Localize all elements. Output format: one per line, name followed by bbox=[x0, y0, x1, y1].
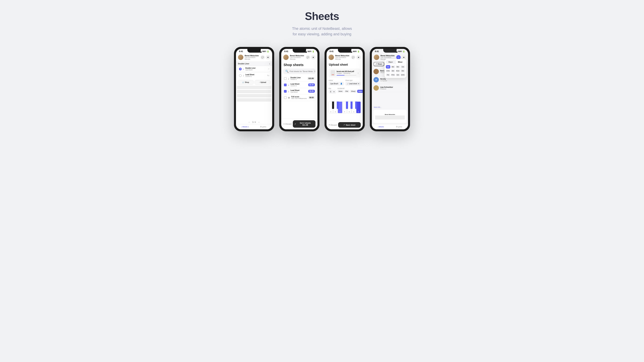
shop-item-3[interactable]: ⊕ Full score New York Philharmonic $0.50 bbox=[283, 94, 316, 101]
battery-icon: 🔋 bbox=[267, 50, 269, 53]
shop-item-1[interactable]: ✓ ♩ Lead Sheet Avremi G $5.99 bbox=[283, 82, 316, 88]
sheet-options-icon[interactable]: ↕ bbox=[269, 62, 270, 65]
chevron-right-icon-2[interactable]: › bbox=[406, 87, 406, 89]
pagination-1: ← 3 / 4 → bbox=[236, 120, 272, 124]
piano-ds[interactable] bbox=[337, 102, 339, 109]
artist-avatar-2 bbox=[374, 85, 379, 91]
discard-button-3[interactable]: ✕ Discard bbox=[328, 124, 337, 126]
piano-3: C D E F G A B bbox=[328, 102, 361, 113]
chat-icon-btn-2[interactable]: 💬 bbox=[306, 55, 310, 59]
chat-icon-btn-1[interactable]: 💬 bbox=[260, 55, 265, 59]
sheet-list-shop-2: ♩ Double Liner Avremi G $15.99 ✓ ♩ Lead … bbox=[281, 75, 318, 118]
artist-item-2[interactable]: Lipa Schmeltzer Producer › bbox=[374, 84, 406, 92]
dropdown-tab-minor[interactable]: Minor bbox=[396, 60, 405, 64]
shop-checkbox-0[interactable] bbox=[284, 77, 286, 80]
next-arrow-1[interactable]: → bbox=[258, 121, 260, 123]
sheet-item-1[interactable]: ♩ Lead Sheet Avremi G Aa bbox=[238, 73, 270, 78]
search-bar-2[interactable]: 🔍 ⚙ bbox=[283, 68, 316, 74]
profile-actions-2: 💬 ★ bbox=[306, 55, 316, 59]
shop-item-meta-3: Full score New York Philharmonic bbox=[291, 96, 307, 99]
author-field-3: Author Lipa Brach 👤 bbox=[328, 80, 344, 86]
shop-item-name-0: Double Liner bbox=[290, 77, 306, 79]
notch-4 bbox=[383, 49, 397, 53]
piano-fs[interactable] bbox=[346, 102, 348, 109]
tab-lyrics-4[interactable]: ☰ Lyrics bbox=[390, 124, 408, 129]
page-count-1: 3 / 4 bbox=[252, 121, 256, 123]
sheet-name-1: Lead Sheet bbox=[245, 74, 266, 76]
piano-gs[interactable] bbox=[350, 102, 352, 109]
avatar-4 bbox=[374, 55, 379, 60]
preview-lines-4 bbox=[375, 116, 405, 119]
sheet-type-input-3[interactable]: ♩ Lead sheet ▾ bbox=[345, 82, 361, 86]
share-icon-0[interactable]: ↗ bbox=[268, 68, 269, 70]
dropdown-tab-major[interactable]: Major bbox=[386, 60, 396, 64]
dropdown-popup-4: Major Minor Am Bm Bm Cm C#m Dm E♭m Em Fm… bbox=[384, 59, 406, 78]
star-icon-btn-3[interactable]: ★ bbox=[356, 55, 361, 59]
tab-sheets-1[interactable]: ♩ Sheets 1 bbox=[236, 124, 254, 129]
key-input-3[interactable]: E ▾ bbox=[328, 90, 336, 94]
acc-none-3[interactable]: None bbox=[338, 90, 344, 93]
tab-sheets-4[interactable]: ♩ Sheets bbox=[372, 124, 390, 129]
notch-2 bbox=[293, 49, 306, 53]
sheet-author-0: Lipa Brach bbox=[245, 69, 266, 71]
chord-csm[interactable]: C#m bbox=[386, 69, 390, 73]
chord-fsm[interactable]: F#m bbox=[391, 73, 395, 77]
upload-options-icon-3[interactable]: ↕ bbox=[358, 72, 359, 74]
share-button-4[interactable]: ↗ Share bbox=[374, 62, 384, 66]
shop-checkbox-2[interactable]: ✓ bbox=[284, 90, 286, 93]
wifi-icon-4: WiFi bbox=[398, 50, 402, 52]
phone-2-screen: 9:41 ▂▃▄ WiFi 🔋 Benei Meluchim Lipa Schm… bbox=[281, 49, 318, 129]
shop-button-1[interactable]: 🛒 Shop bbox=[238, 80, 254, 85]
upload-button-1[interactable]: ↑ Upload bbox=[254, 80, 270, 85]
filter-icon-2[interactable]: ⚙ bbox=[314, 70, 316, 73]
preview-title-4: Benei Meluchim bbox=[385, 114, 395, 115]
shop-checkbox-1[interactable]: ✓ bbox=[284, 84, 286, 86]
acc-flat-3[interactable]: Flat bbox=[344, 90, 349, 93]
author-input-3[interactable]: Lipa Brach 👤 bbox=[328, 82, 344, 86]
more-info-link-4[interactable]: More info... bbox=[372, 106, 408, 109]
chord-em[interactable]: Em bbox=[401, 69, 405, 73]
discard-button-2[interactable]: ✕ Discard bbox=[283, 123, 292, 125]
shop-checkbox-3[interactable] bbox=[284, 96, 286, 99]
shop-header-2: Shop sheets bbox=[281, 61, 318, 68]
shop-item-meta-2: Lead Sheet Lipa Brach bbox=[290, 89, 307, 93]
sheet-radio-1[interactable] bbox=[239, 74, 242, 77]
chord-cm[interactable]: Cm bbox=[401, 65, 405, 68]
chord-fm[interactable]: Fm bbox=[386, 73, 390, 77]
key-chevron-3: ▾ bbox=[334, 91, 334, 93]
save-sheet-button-3[interactable]: ✓ Save sheet bbox=[338, 122, 361, 128]
artist-role-2: Producer bbox=[380, 88, 404, 90]
star-icon-btn-1[interactable]: ★ bbox=[266, 55, 270, 59]
shop-item-2[interactable]: ✓ ♩ Lead Sheet Lipa Brach $5.99 bbox=[283, 88, 316, 94]
shop-item-author-1: Avremi G bbox=[290, 85, 307, 87]
chord-dm[interactable]: Dm bbox=[391, 69, 395, 73]
chord-gsm[interactable]: G#m bbox=[401, 73, 405, 77]
acc-sharp-3[interactable]: Sharp bbox=[350, 90, 357, 93]
shop-item-0[interactable]: ♩ Double Liner Avremi G $15.99 bbox=[283, 75, 316, 82]
music-notation-1 bbox=[236, 86, 272, 120]
shop-item-icon-2: ♩ bbox=[288, 90, 289, 93]
prev-arrow-1[interactable]: ← bbox=[248, 121, 250, 123]
shop-item-name-3: Full score bbox=[291, 96, 307, 98]
chord-ebm[interactable]: E♭m bbox=[396, 69, 400, 73]
star-icon-btn-2[interactable]: ★ bbox=[311, 55, 316, 59]
sheet-radio-0[interactable] bbox=[239, 68, 242, 70]
upload-progress-3 bbox=[336, 75, 356, 76]
accidental-label-3: Accidental bbox=[338, 88, 363, 89]
search-input-2[interactable] bbox=[290, 70, 313, 72]
chat-icon-btn-3[interactable]: 💬 bbox=[351, 55, 355, 59]
phone-3-screen: 9:41 ▂▃▄ WiFi 🔋 Benei Meluchim Lipa Schm… bbox=[326, 49, 363, 129]
piano-as[interactable] bbox=[355, 102, 357, 109]
chord-bm[interactable]: Bm bbox=[391, 65, 395, 68]
chord-gm[interactable]: Gm bbox=[396, 73, 400, 77]
tab-lyrics-1[interactable]: ☰ Lyrics bbox=[254, 124, 272, 129]
get-sheets-button-2[interactable]: ✓ Get 2 sheets $11.98 bbox=[293, 120, 316, 128]
accidental-col-3: Accidental None Flat Sharp Major Minor bbox=[338, 88, 363, 93]
avatar-2 bbox=[283, 55, 289, 60]
acc-major-3[interactable]: Major bbox=[357, 90, 363, 93]
piano-cs[interactable] bbox=[332, 102, 334, 109]
sheet-item-0[interactable]: ♩ Double Liner Lipa Brach ↗ bbox=[238, 66, 270, 72]
phone-4: 9:41 ▂▃▄ WiFi 🔋 Benei Meluchim Lipa Schm… bbox=[370, 47, 410, 131]
chord-am[interactable]: Am bbox=[386, 65, 390, 68]
chord-bm2[interactable]: Bm bbox=[396, 65, 400, 68]
